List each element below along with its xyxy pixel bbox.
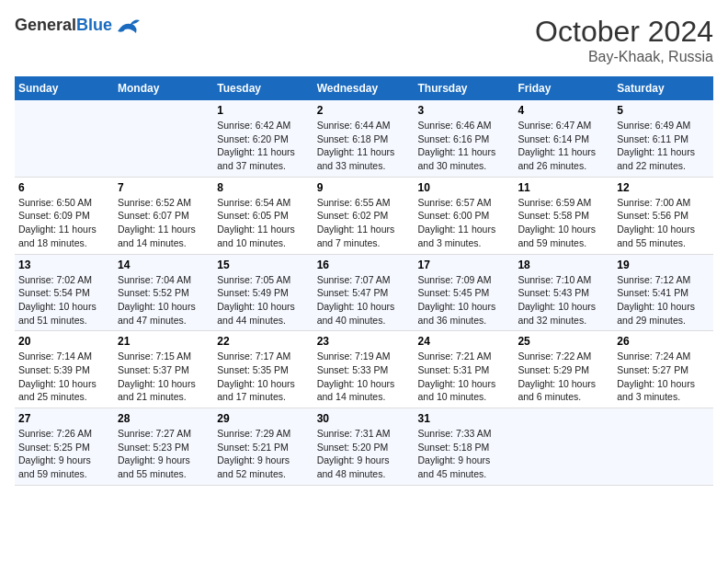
day-info: Sunrise: 7:05 AMSunset: 5:49 PMDaylight:… — [217, 273, 309, 327]
logo-general: General — [15, 16, 76, 34]
col-thursday: Thursday — [415, 76, 515, 100]
calendar-cell: 22Sunrise: 7:17 AMSunset: 5:35 PMDayligh… — [213, 331, 313, 408]
day-number: 20 — [18, 335, 110, 348]
calendar-cell: 12Sunrise: 7:00 AMSunset: 5:56 PMDayligh… — [613, 177, 713, 254]
day-info: Sunrise: 6:57 AMSunset: 6:00 PMDaylight:… — [418, 196, 511, 250]
calendar-cell: 3Sunrise: 6:46 AMSunset: 6:16 PMDaylight… — [415, 100, 515, 177]
day-info: Sunrise: 7:09 AMSunset: 5:45 PMDaylight:… — [418, 273, 511, 327]
calendar-cell: 21Sunrise: 7:15 AMSunset: 5:37 PMDayligh… — [114, 331, 213, 408]
day-info: Sunrise: 6:59 AMSunset: 5:58 PMDaylight:… — [518, 196, 609, 250]
calendar-cell: 28Sunrise: 7:27 AMSunset: 5:23 PMDayligh… — [114, 408, 213, 486]
day-info: Sunrise: 7:21 AMSunset: 5:31 PMDaylight:… — [418, 350, 511, 404]
day-info: Sunrise: 6:47 AMSunset: 6:14 PMDaylight:… — [518, 119, 609, 173]
calendar-cell: 7Sunrise: 6:52 AMSunset: 6:07 PMDaylight… — [114, 177, 213, 254]
day-info: Sunrise: 6:49 AMSunset: 6:11 PMDaylight:… — [617, 119, 710, 173]
day-number: 21 — [118, 335, 210, 348]
calendar-cell: 29Sunrise: 7:29 AMSunset: 5:21 PMDayligh… — [213, 408, 313, 486]
day-info: Sunrise: 7:10 AMSunset: 5:43 PMDaylight:… — [518, 273, 609, 327]
day-info: Sunrise: 6:54 AMSunset: 6:05 PMDaylight:… — [217, 196, 309, 250]
day-info: Sunrise: 6:55 AMSunset: 6:02 PMDaylight:… — [317, 196, 411, 250]
col-monday: Monday — [114, 76, 213, 100]
calendar-cell: 11Sunrise: 6:59 AMSunset: 5:58 PMDayligh… — [514, 177, 613, 254]
day-info: Sunrise: 7:26 AMSunset: 5:25 PMDaylight:… — [18, 427, 110, 481]
day-info: Sunrise: 6:42 AMSunset: 6:20 PMDaylight:… — [217, 119, 309, 173]
calendar-cell — [613, 408, 713, 486]
day-info: Sunrise: 7:33 AMSunset: 5:18 PMDaylight:… — [418, 427, 511, 481]
calendar-cell: 17Sunrise: 7:09 AMSunset: 5:45 PMDayligh… — [415, 254, 515, 331]
month-title: October 2024 — [535, 15, 713, 49]
day-number: 17 — [418, 259, 511, 271]
calendar-week-row-3: 13Sunrise: 7:02 AMSunset: 5:54 PMDayligh… — [15, 254, 713, 331]
logo-text: GeneralBlue — [15, 16, 112, 35]
day-number: 5 — [617, 104, 710, 117]
day-info: Sunrise: 7:14 AMSunset: 5:39 PMDaylight:… — [18, 350, 110, 404]
calendar-cell: 16Sunrise: 7:07 AMSunset: 5:47 PMDayligh… — [313, 254, 415, 331]
day-number: 12 — [617, 181, 710, 194]
day-number: 18 — [518, 259, 609, 271]
logo-bird-icon — [114, 15, 140, 35]
calendar-cell: 19Sunrise: 7:12 AMSunset: 5:41 PMDayligh… — [613, 254, 713, 331]
calendar-cell: 8Sunrise: 6:54 AMSunset: 6:05 PMDaylight… — [213, 177, 313, 254]
day-info: Sunrise: 7:00 AMSunset: 5:56 PMDaylight:… — [617, 196, 710, 250]
calendar-cell: 9Sunrise: 6:55 AMSunset: 6:02 PMDaylight… — [313, 177, 415, 254]
day-info: Sunrise: 6:46 AMSunset: 6:16 PMDaylight:… — [418, 119, 511, 173]
day-number: 28 — [118, 412, 210, 425]
day-number: 11 — [518, 181, 609, 194]
calendar-cell — [15, 100, 114, 177]
calendar-cell: 14Sunrise: 7:04 AMSunset: 5:52 PMDayligh… — [114, 254, 213, 331]
calendar-cell: 15Sunrise: 7:05 AMSunset: 5:49 PMDayligh… — [213, 254, 313, 331]
day-number: 14 — [118, 259, 210, 271]
calendar-cell: 2Sunrise: 6:44 AMSunset: 6:18 PMDaylight… — [313, 100, 415, 177]
day-info: Sunrise: 7:29 AMSunset: 5:21 PMDaylight:… — [217, 427, 309, 481]
day-number: 31 — [418, 412, 511, 425]
day-info: Sunrise: 7:31 AMSunset: 5:20 PMDaylight:… — [317, 427, 411, 481]
day-number: 3 — [418, 104, 511, 117]
day-number: 6 — [18, 181, 110, 194]
logo: GeneralBlue — [15, 15, 140, 35]
col-friday: Friday — [514, 76, 613, 100]
day-number: 29 — [217, 412, 309, 425]
day-info: Sunrise: 7:19 AMSunset: 5:33 PMDaylight:… — [317, 350, 411, 404]
calendar-cell: 6Sunrise: 6:50 AMSunset: 6:09 PMDaylight… — [15, 177, 114, 254]
day-info: Sunrise: 7:22 AMSunset: 5:29 PMDaylight:… — [518, 350, 609, 404]
day-number: 25 — [518, 335, 609, 348]
calendar-cell — [514, 408, 613, 486]
calendar-week-row-4: 20Sunrise: 7:14 AMSunset: 5:39 PMDayligh… — [15, 331, 713, 408]
day-info: Sunrise: 6:50 AMSunset: 6:09 PMDaylight:… — [18, 196, 110, 250]
day-number: 22 — [217, 335, 309, 348]
calendar-cell: 24Sunrise: 7:21 AMSunset: 5:31 PMDayligh… — [415, 331, 515, 408]
day-info: Sunrise: 7:04 AMSunset: 5:52 PMDaylight:… — [118, 273, 210, 327]
day-number: 19 — [617, 259, 710, 271]
col-wednesday: Wednesday — [313, 76, 415, 100]
calendar-cell: 13Sunrise: 7:02 AMSunset: 5:54 PMDayligh… — [15, 254, 114, 331]
day-info: Sunrise: 6:52 AMSunset: 6:07 PMDaylight:… — [118, 196, 210, 250]
calendar-table: Sunday Monday Tuesday Wednesday Thursday… — [15, 76, 713, 486]
day-info: Sunrise: 7:12 AMSunset: 5:41 PMDaylight:… — [617, 273, 710, 327]
col-sunday: Sunday — [15, 76, 114, 100]
day-number: 30 — [317, 412, 411, 425]
logo-blue: Blue — [76, 16, 112, 34]
calendar-cell: 26Sunrise: 7:24 AMSunset: 5:27 PMDayligh… — [613, 331, 713, 408]
calendar-cell — [114, 100, 213, 177]
day-number: 24 — [418, 335, 511, 348]
page-header: GeneralBlue October 2024 Bay-Khaak, Russ… — [15, 15, 713, 65]
day-number: 23 — [317, 335, 411, 348]
calendar-cell: 25Sunrise: 7:22 AMSunset: 5:29 PMDayligh… — [514, 331, 613, 408]
calendar-cell: 10Sunrise: 6:57 AMSunset: 6:00 PMDayligh… — [415, 177, 515, 254]
day-info: Sunrise: 6:44 AMSunset: 6:18 PMDaylight:… — [317, 119, 411, 173]
day-number: 10 — [418, 181, 511, 194]
day-number: 27 — [18, 412, 110, 425]
day-info: Sunrise: 7:02 AMSunset: 5:54 PMDaylight:… — [18, 273, 110, 327]
calendar-cell: 4Sunrise: 6:47 AMSunset: 6:14 PMDaylight… — [514, 100, 613, 177]
calendar-cell: 23Sunrise: 7:19 AMSunset: 5:33 PMDayligh… — [313, 331, 415, 408]
day-number: 13 — [18, 259, 110, 271]
day-info: Sunrise: 7:15 AMSunset: 5:37 PMDaylight:… — [118, 350, 210, 404]
calendar-cell: 1Sunrise: 6:42 AMSunset: 6:20 PMDaylight… — [213, 100, 313, 177]
location-title: Bay-Khaak, Russia — [535, 49, 713, 65]
day-number: 7 — [118, 181, 210, 194]
calendar-cell: 18Sunrise: 7:10 AMSunset: 5:43 PMDayligh… — [514, 254, 613, 331]
day-info: Sunrise: 7:27 AMSunset: 5:23 PMDaylight:… — [118, 427, 210, 481]
calendar-week-row-5: 27Sunrise: 7:26 AMSunset: 5:25 PMDayligh… — [15, 408, 713, 486]
day-number: 15 — [217, 259, 309, 271]
calendar-header-row: Sunday Monday Tuesday Wednesday Thursday… — [15, 76, 713, 100]
